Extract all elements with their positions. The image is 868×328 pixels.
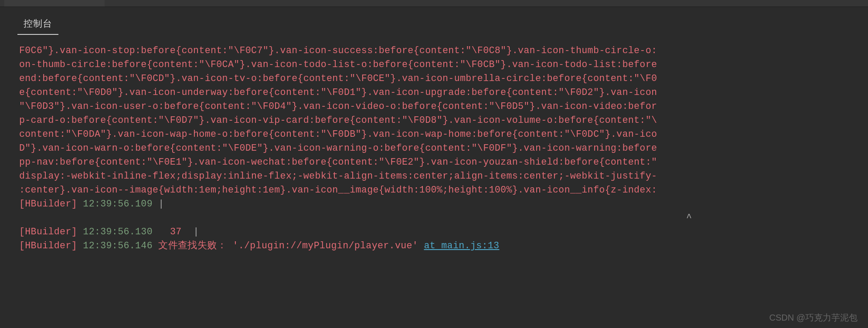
console-output[interactable]: F0C6"}.van-icon-stop:before{content:"\F0…	[0, 35, 868, 253]
console-line: content:"\F0DA"}.van-icon-wap-home-o:bef…	[19, 127, 868, 141]
console-line: e{content:"\F0D0"}.van-icon-underway:bef…	[19, 85, 868, 99]
tab-console[interactable]: 控制台	[17, 15, 58, 35]
console-line: "\F0D3"}.van-icon-user-o:before{content:…	[19, 99, 868, 113]
toolbar-left-region	[4, 0, 105, 7]
log-tag: [HBuilder]	[19, 240, 77, 251]
console-line: F0C6"}.van-icon-stop:before{content:"\F0…	[19, 44, 868, 57]
log-message: 文件查找失败：	[158, 240, 227, 251]
console-line: on-thumb-circle:before{content:"\F0CA"}.…	[19, 57, 868, 71]
console-line: pp-nav:before{content:"\F0E1"}.van-icon-…	[19, 155, 868, 169]
log-separator: |	[193, 227, 199, 237]
console-error-line: [HBuilder] 12:39:56.146 文件查找失败： './plugi…	[19, 239, 868, 253]
log-separator: |	[158, 199, 164, 209]
log-number: 37	[170, 227, 182, 237]
console-log-line: [HBuilder] 12:39:56.130 37 |	[19, 225, 868, 239]
console-line: display:-webkit-inline-flex;display:inli…	[19, 169, 868, 183]
console-line: p-card-o:before{content:"\F0D7"}.van-ico…	[19, 113, 868, 127]
log-timestamp: 12:39:56.146	[83, 240, 153, 251]
console-line: D"}.van-icon-warn-o:before{content:"\F0D…	[19, 141, 868, 155]
top-toolbar	[0, 0, 868, 7]
watermark: CSDN @巧克力芋泥包	[769, 312, 858, 324]
console-caret-line: ^	[19, 211, 868, 225]
console-log-line: [HBuilder] 12:39:56.109 |	[19, 197, 868, 211]
log-path: './plugin://myPlugin/player.vue'	[232, 240, 418, 251]
log-timestamp: 12:39:56.109	[83, 199, 153, 209]
console-line: :center}.van-icon--image{width:1em;heigh…	[19, 183, 868, 197]
log-tag: [HBuilder]	[19, 199, 77, 209]
tab-bar: 控制台	[0, 7, 868, 35]
log-source-link[interactable]: at main.js:13	[424, 240, 499, 251]
log-tag: [HBuilder]	[19, 227, 77, 237]
console-line: end:before{content:"\F0CD"}.van-icon-tv-…	[19, 71, 868, 85]
log-timestamp: 12:39:56.130	[83, 227, 153, 237]
